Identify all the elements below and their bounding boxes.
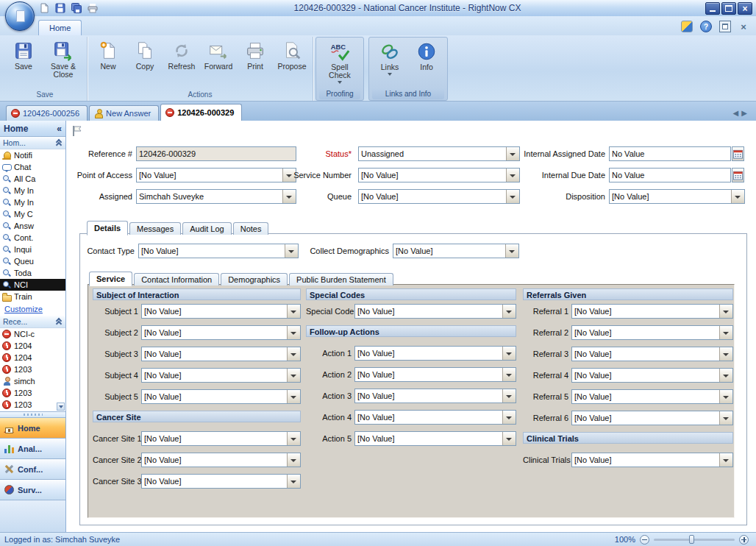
flag-icon[interactable] xyxy=(71,124,84,138)
field-dropdown[interactable]: [No Value] xyxy=(141,474,301,489)
forward-button[interactable]: Forward xyxy=(201,38,236,71)
collect-demographics-dropdown[interactable]: [No Value] xyxy=(393,244,519,258)
sidebar-item[interactable]: My C xyxy=(0,208,65,220)
sidebar-splitter[interactable] xyxy=(0,411,65,417)
sidebar-nav-button[interactable]: Conf... xyxy=(0,458,65,479)
save-close-button[interactable]: Save & Close xyxy=(43,38,84,79)
sidebar-item[interactable]: Toda xyxy=(0,267,65,279)
qat-print-button[interactable] xyxy=(87,2,99,14)
recent-item[interactable]: 1203 xyxy=(0,399,65,411)
document-tab[interactable]: 120426-000329 xyxy=(160,104,242,121)
sidebar-item[interactable]: NCI xyxy=(0,279,65,291)
close-document-icon[interactable] xyxy=(738,21,749,32)
recent-item[interactable]: simch xyxy=(0,375,65,387)
field-dropdown[interactable]: [No Value] xyxy=(141,304,301,319)
tab-details[interactable]: Details xyxy=(87,221,128,235)
field-dropdown[interactable]: [No Value] xyxy=(571,325,733,340)
point-of-access-dropdown[interactable]: [No Value] xyxy=(136,168,296,182)
tab-messages[interactable]: Messages xyxy=(129,222,181,235)
tab-contact-information[interactable]: Contact Information xyxy=(134,273,219,286)
field-dropdown[interactable]: [No Value] xyxy=(354,304,516,319)
field-dropdown[interactable]: [No Value] xyxy=(354,389,516,403)
recent-item[interactable]: NCI-c xyxy=(0,328,65,340)
field-dropdown[interactable]: [No Value] xyxy=(354,346,516,361)
sidebar-item[interactable]: Train xyxy=(0,291,65,302)
recent-item[interactable]: 1203 xyxy=(0,387,65,399)
document-tab[interactable]: New Answer xyxy=(89,105,159,121)
field-dropdown[interactable]: [No Value] xyxy=(141,368,301,383)
calendar-button[interactable] xyxy=(732,146,744,161)
qat-new-button[interactable] xyxy=(38,2,50,14)
close-button[interactable] xyxy=(738,2,752,15)
tab-notes[interactable]: Notes xyxy=(233,222,269,235)
sidebar-nav-button[interactable]: Home xyxy=(0,417,65,438)
contact-type-dropdown[interactable]: [No Value] xyxy=(138,244,299,258)
field-dropdown[interactable]: [No Value] xyxy=(141,431,301,446)
sidebar-item[interactable]: My In xyxy=(0,185,65,196)
field-dropdown[interactable]: [No Value] xyxy=(141,453,301,467)
recent-item[interactable]: 1204 xyxy=(0,340,65,352)
field-dropdown[interactable]: [No Value] xyxy=(571,453,733,467)
sidebar-nav-button[interactable]: Anal... xyxy=(0,438,65,458)
zoom-out-button[interactable] xyxy=(640,535,649,545)
field-dropdown[interactable]: [No Value] xyxy=(571,411,733,425)
links-button[interactable]: Links xyxy=(372,38,407,79)
sidebar-item[interactable]: Inqui xyxy=(0,244,65,255)
sidebar-item[interactable]: Queu xyxy=(0,255,65,267)
scroll-down-button[interactable] xyxy=(57,403,65,411)
feedback-icon[interactable] xyxy=(681,21,693,32)
tab-scroll-right-icon[interactable]: ▶ xyxy=(741,109,750,117)
refresh-button[interactable]: Refresh xyxy=(164,38,199,71)
calendar-button[interactable] xyxy=(732,168,744,182)
tab-public-burden-statement[interactable]: Public Burden Statement xyxy=(289,273,393,286)
help-icon[interactable] xyxy=(700,21,712,32)
field-dropdown[interactable]: [No Value] xyxy=(571,368,733,383)
zoom-slider[interactable] xyxy=(654,539,735,541)
sidebar-group-home[interactable]: Hom... xyxy=(0,137,65,149)
field-dropdown[interactable]: [No Value] xyxy=(571,347,733,361)
sidebar-nav-button[interactable]: Surv... xyxy=(0,479,65,500)
assigned-dropdown[interactable]: Simchah Suveyke xyxy=(136,189,296,204)
sidebar-group-recent[interactable]: Rece... xyxy=(0,316,65,328)
field-dropdown[interactable]: [No Value] xyxy=(571,304,733,319)
zoom-in-button[interactable] xyxy=(739,535,749,545)
zoom-slider-thumb[interactable] xyxy=(689,535,694,544)
sidebar-item[interactable]: My In xyxy=(0,196,65,208)
ribbon-tab-home[interactable]: Home xyxy=(38,20,82,35)
minimize-button[interactable] xyxy=(705,2,720,15)
propose-button[interactable]: Propose xyxy=(274,38,310,71)
application-orb[interactable] xyxy=(5,1,35,31)
sidebar-item[interactable]: All Ca xyxy=(0,173,65,185)
copy-button[interactable]: Copy xyxy=(127,38,163,71)
field-dropdown[interactable]: [No Value] xyxy=(571,389,733,404)
tab-scroll-left-icon[interactable]: ◀ xyxy=(733,109,742,117)
tab-demographics[interactable]: Demographics xyxy=(221,273,288,286)
sidebar-item[interactable]: Chat xyxy=(0,161,65,173)
print-button[interactable]: Print xyxy=(238,38,273,71)
spell-check-button[interactable]: ABC Spell Check xyxy=(319,38,360,87)
customize-link[interactable]: Customize xyxy=(0,302,65,316)
sidebar-item[interactable]: Answ xyxy=(0,220,65,232)
field-dropdown[interactable]: [No Value] xyxy=(141,389,301,404)
save-button[interactable]: Save xyxy=(6,38,41,71)
disposition-dropdown[interactable]: [No Value] xyxy=(609,189,745,204)
sidebar-item[interactable]: Cont. xyxy=(0,232,65,244)
qat-save-button[interactable] xyxy=(54,2,66,14)
document-tab[interactable]: 120426-000256 xyxy=(6,105,88,121)
qat-save-all-button[interactable] xyxy=(71,2,82,14)
info-button[interactable]: Info xyxy=(409,38,444,72)
recent-item[interactable]: 1204 xyxy=(0,352,65,364)
status-dropdown[interactable]: Unassigned xyxy=(358,146,520,161)
reference-field[interactable]: 120426-000329 xyxy=(136,146,296,161)
tab-service[interactable]: Service xyxy=(89,272,132,286)
field-dropdown[interactable]: [No Value] xyxy=(141,325,301,340)
maximize-button[interactable] xyxy=(721,2,736,15)
restore-window-icon[interactable] xyxy=(719,21,731,32)
field-dropdown[interactable]: [No Value] xyxy=(354,410,516,425)
collapse-sidebar-button[interactable]: « xyxy=(57,124,62,134)
tab-audit-log[interactable]: Audit Log xyxy=(182,222,231,235)
field-dropdown[interactable]: [No Value] xyxy=(354,431,516,446)
new-button[interactable]: New xyxy=(90,38,126,71)
recent-item[interactable]: 1203 xyxy=(0,364,65,375)
field-dropdown[interactable]: [No Value] xyxy=(354,367,516,382)
